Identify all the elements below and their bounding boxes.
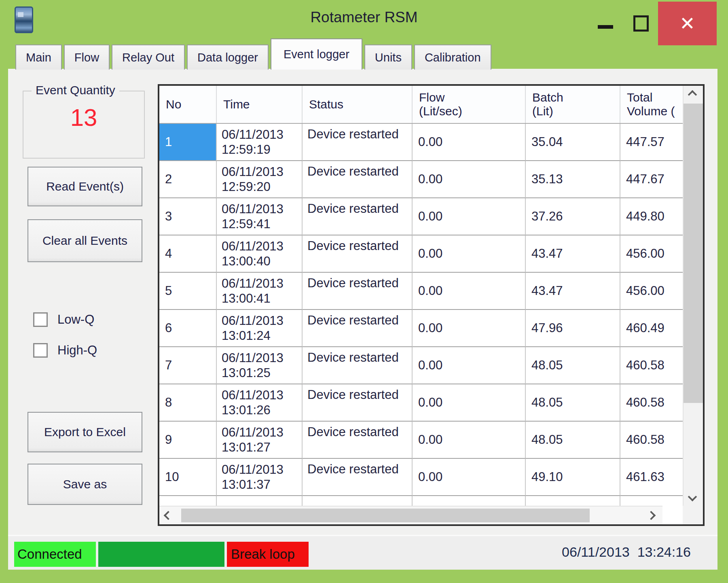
- cell-no[interactable]: 8: [159, 384, 217, 422]
- table-row[interactable]: 806/11/201313:01:26Device restarted0.004…: [159, 384, 683, 422]
- table-row[interactable]: 506/11/201313:00:41Device restarted0.004…: [159, 273, 683, 310]
- vertical-scroll-thumb[interactable]: [684, 104, 703, 403]
- cell-flow[interactable]: 0.00: [413, 198, 526, 235]
- cell-batch[interactable]: 37.26: [526, 198, 620, 235]
- tab-data-logger[interactable]: Data logger: [187, 45, 269, 70]
- cell-time[interactable]: 06/11/201313:01:26: [217, 384, 303, 422]
- vertical-scrollbar[interactable]: [683, 86, 703, 506]
- cell-no[interactable]: 1: [159, 124, 217, 161]
- column-header-batch[interactable]: Batch(Lit): [526, 86, 620, 123]
- cell-no[interactable]: 2: [159, 161, 217, 198]
- table-row[interactable]: 906/11/201313:01:27Device restarted0.004…: [159, 422, 683, 459]
- cell-no[interactable]: 4: [159, 235, 217, 273]
- cell-status[interactable]: Device restarted: [303, 124, 413, 161]
- cell-flow[interactable]: 0.00: [413, 347, 526, 384]
- low-q-checkbox-row[interactable]: Low-Q: [33, 312, 94, 327]
- column-header-time[interactable]: Time: [217, 86, 303, 123]
- save-as-button[interactable]: Save as: [28, 464, 142, 505]
- tab-units[interactable]: Units: [364, 45, 412, 70]
- cell-time[interactable]: 06/11/201313:01:25: [217, 347, 303, 384]
- table-row[interactable]: 106/11/201312:59:19Device restarted0.003…: [159, 124, 683, 161]
- cell-flow[interactable]: 0.00: [413, 310, 526, 347]
- cell-status[interactable]: Device restarted: [303, 235, 413, 273]
- cell-status[interactable]: Device restarted: [303, 459, 413, 496]
- cell-time[interactable]: 06/11/201312:59:20: [217, 161, 303, 198]
- high-q-checkbox[interactable]: [33, 343, 48, 358]
- cell-time[interactable]: 06/11/201313:00:40: [217, 235, 303, 273]
- table-row[interactable]: 306/11/201312:59:41Device restarted0.003…: [159, 198, 683, 235]
- high-q-checkbox-row[interactable]: High-Q: [33, 343, 97, 358]
- cell-status[interactable]: Device restarted: [303, 161, 413, 198]
- cell-batch[interactable]: 43.47: [526, 273, 620, 310]
- cell-total[interactable]: 456.00: [620, 235, 683, 273]
- cell-batch[interactable]: 48.05: [526, 384, 620, 422]
- export-to-excel-button[interactable]: Export to Excel: [28, 412, 142, 452]
- cell-no[interactable]: 9: [159, 422, 217, 459]
- tab-flow[interactable]: Flow: [64, 45, 110, 70]
- cell-total[interactable]: 460.58: [620, 422, 683, 459]
- cell-status[interactable]: Device restarted: [303, 273, 413, 310]
- scroll-up-arrow-icon[interactable]: [688, 90, 697, 100]
- column-header-flow[interactable]: Flow(Lit/sec): [413, 86, 526, 123]
- cell-status[interactable]: Device restarted: [303, 310, 413, 347]
- tab-event-logger[interactable]: Event logger: [271, 38, 362, 70]
- column-header-no[interactable]: No: [159, 86, 217, 123]
- low-q-checkbox[interactable]: [33, 312, 48, 327]
- read-events-button[interactable]: Read Event(s): [28, 167, 142, 206]
- cell-batch[interactable]: 49.10: [526, 459, 620, 496]
- cell-flow[interactable]: 0.00: [413, 459, 526, 496]
- cell-total[interactable]: 447.57: [620, 124, 683, 161]
- cell-flow[interactable]: 0.00: [413, 161, 526, 198]
- maximize-button[interactable]: [628, 11, 654, 36]
- cell-total[interactable]: 456.00: [620, 273, 683, 310]
- cell-time[interactable]: 06/11/201313:01:27: [217, 422, 303, 459]
- cell-no[interactable]: 3: [159, 198, 217, 235]
- cell-flow[interactable]: 0.00: [413, 273, 526, 310]
- cell-batch[interactable]: 47.96: [526, 310, 620, 347]
- cell-status[interactable]: Device restarted: [303, 198, 413, 235]
- cell-time[interactable]: 06/11/201313:00:41: [217, 273, 303, 310]
- table-row[interactable]: 406/11/201313:00:40Device restarted0.004…: [159, 235, 683, 273]
- cell-total[interactable]: 460.58: [620, 347, 683, 384]
- horizontal-scroll-thumb[interactable]: [181, 509, 590, 522]
- cell-status[interactable]: Device restarted: [303, 422, 413, 459]
- clear-all-events-button[interactable]: Clear all Events: [28, 219, 142, 262]
- cell-total[interactable]: 461.63: [620, 459, 683, 496]
- table-row[interactable]: 1006/11/201313:01:37Device restarted0.00…: [159, 459, 683, 496]
- cell-batch[interactable]: 43.47: [526, 235, 620, 273]
- cell-time[interactable]: 06/11/201312:59:41: [217, 198, 303, 235]
- cell-batch[interactable]: 48.05: [526, 347, 620, 384]
- cell-no[interactable]: 10: [159, 459, 217, 496]
- cell-flow[interactable]: 0.00: [413, 384, 526, 422]
- scroll-down-arrow-icon[interactable]: [688, 492, 697, 502]
- scroll-right-arrow-icon[interactable]: [647, 511, 656, 520]
- table-row[interactable]: 206/11/201312:59:20Device restarted0.003…: [159, 161, 683, 198]
- tab-calibration[interactable]: Calibration: [414, 45, 491, 70]
- cell-no[interactable]: 5: [159, 273, 217, 310]
- cell-flow[interactable]: 0.00: [413, 235, 526, 273]
- close-button[interactable]: ✕: [658, 2, 717, 45]
- cell-flow[interactable]: 0.00: [413, 124, 526, 161]
- tab-main[interactable]: Main: [15, 45, 62, 70]
- minimize-button[interactable]: [591, 12, 620, 36]
- tab-relay-out[interactable]: Relay Out: [112, 45, 185, 70]
- column-header-status[interactable]: Status: [303, 86, 413, 123]
- scroll-left-arrow-icon[interactable]: [164, 511, 173, 520]
- cell-total[interactable]: 460.49: [620, 310, 683, 347]
- horizontal-scrollbar[interactable]: [159, 506, 662, 524]
- cell-no[interactable]: 7: [159, 347, 217, 384]
- cell-status[interactable]: Device restarted: [303, 384, 413, 422]
- cell-total[interactable]: 447.67: [620, 161, 683, 198]
- cell-batch[interactable]: 48.05: [526, 422, 620, 459]
- cell-total[interactable]: 449.80: [620, 198, 683, 235]
- cell-total[interactable]: 460.58: [620, 384, 683, 422]
- cell-status[interactable]: Device restarted: [303, 347, 413, 384]
- break-loop-button[interactable]: Break loop: [227, 542, 309, 567]
- cell-batch[interactable]: 35.04: [526, 124, 620, 161]
- cell-flow[interactable]: 0.00: [413, 422, 526, 459]
- table-row[interactable]: 606/11/201313:01:24Device restarted0.004…: [159, 310, 683, 347]
- cell-no[interactable]: 6: [159, 310, 217, 347]
- cell-time[interactable]: 06/11/201313:01:37: [217, 459, 303, 496]
- cell-time[interactable]: 06/11/201313:01:24: [217, 310, 303, 347]
- cell-time[interactable]: 06/11/201312:59:19: [217, 124, 303, 161]
